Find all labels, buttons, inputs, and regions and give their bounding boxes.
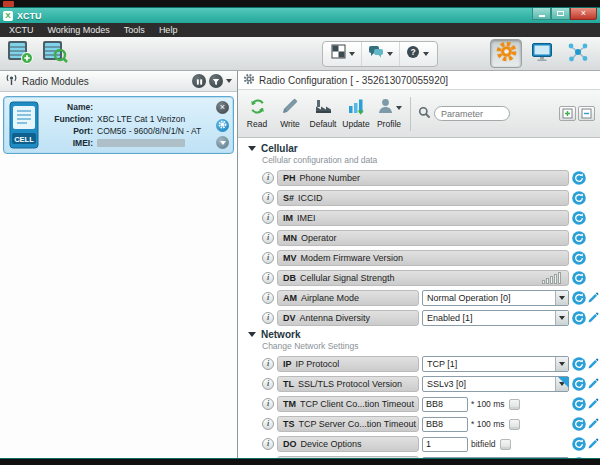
write-button[interactable]: Write xyxy=(276,98,304,129)
refresh-param-button[interactable] xyxy=(572,377,586,391)
info-icon[interactable]: i xyxy=(262,398,274,410)
edit-param-button[interactable] xyxy=(587,292,599,304)
chevron-down-icon xyxy=(555,291,568,305)
param-select[interactable]: SSLv3 [0] xyxy=(422,376,569,392)
refresh-param-button[interactable] xyxy=(572,357,586,371)
param-row-tm[interactable]: iTMTCP Client Co...tion Timeout* 100 ms xyxy=(262,395,598,413)
param-row-am[interactable]: iAMAirplane ModeNormal Operation [0] xyxy=(262,289,598,307)
param-select[interactable]: Enabled [1] xyxy=(422,310,569,326)
info-icon[interactable]: i xyxy=(262,272,274,284)
info-icon[interactable]: i xyxy=(262,212,274,224)
frames-tools-menu-button[interactable] xyxy=(325,42,361,66)
module-settings-button[interactable] xyxy=(216,119,229,132)
param-input[interactable] xyxy=(422,397,468,412)
param-input[interactable] xyxy=(422,457,569,459)
pause-discovery-button[interactable] xyxy=(192,74,206,88)
info-icon[interactable]: i xyxy=(262,418,274,430)
update-button[interactable]: Update xyxy=(342,98,370,129)
param-select[interactable]: TCP [1] xyxy=(422,356,569,372)
discover-radio-modules-button[interactable] xyxy=(39,39,70,68)
param-code: IM xyxy=(283,213,293,223)
refresh-param-button[interactable] xyxy=(572,231,586,245)
pause-icon xyxy=(196,72,203,90)
refresh-param-button[interactable] xyxy=(572,437,586,451)
collapse-module-button[interactable] xyxy=(216,136,229,149)
edit-param-button[interactable] xyxy=(587,438,599,450)
param-row-mv[interactable]: iMVModem Firmware Version xyxy=(262,249,598,267)
edit-param-button[interactable] xyxy=(587,312,599,324)
toolbar-button-label: Read xyxy=(247,119,267,129)
section-header[interactable]: Cellular xyxy=(248,143,598,154)
default-button[interactable]: Default xyxy=(309,98,337,129)
add-radio-module-button[interactable] xyxy=(4,39,35,68)
param-label-bar: PHPhone Number xyxy=(277,170,569,186)
param-row-do[interactable]: iDODevice Optionsbitfield xyxy=(262,435,598,453)
collapse-section-icon[interactable] xyxy=(248,332,256,337)
refresh-param-button[interactable] xyxy=(572,417,586,431)
param-row-ss[interactable]: iS#ICCID xyxy=(262,189,598,207)
param-name: Antenna Diversity xyxy=(300,313,371,323)
close-button[interactable]: × xyxy=(570,8,597,20)
sort-filter-button[interactable] xyxy=(209,74,223,88)
info-icon[interactable]: i xyxy=(262,312,274,324)
refresh-param-button[interactable] xyxy=(572,191,586,205)
profile-button[interactable]: Profile xyxy=(375,98,403,129)
tab-consoles[interactable] xyxy=(526,39,558,68)
param-row-ph[interactable]: iPHPhone Number xyxy=(262,169,598,187)
read-button[interactable]: Read xyxy=(243,98,271,129)
window-titlebar[interactable]: X XCTU × xyxy=(0,8,600,23)
module-field-value: XBC LTE Cat 1 Verizon xyxy=(97,114,185,125)
info-icon[interactable]: i xyxy=(262,378,274,390)
refresh-param-button[interactable] xyxy=(572,311,586,325)
tab-configuration[interactable] xyxy=(490,39,522,68)
feedback-menu-button[interactable] xyxy=(361,42,399,66)
edit-param-button[interactable] xyxy=(587,378,599,390)
refresh-param-button[interactable] xyxy=(572,171,586,185)
menu-item-help[interactable]: Help xyxy=(152,23,185,37)
expand-all-button[interactable] xyxy=(559,106,576,121)
param-row-eq[interactable]: iEQDevice Cloud FQDN xyxy=(262,455,598,458)
collapse-section-icon[interactable] xyxy=(248,146,256,151)
help-menu-button[interactable]: ? xyxy=(399,42,435,66)
edit-param-button[interactable] xyxy=(587,418,599,430)
param-code: TM xyxy=(283,399,296,409)
refresh-param-button[interactable] xyxy=(572,291,586,305)
info-icon[interactable]: i xyxy=(262,172,274,184)
refresh-param-button[interactable] xyxy=(572,457,586,458)
menu-item-xctu[interactable]: XCTU xyxy=(2,23,41,37)
radio-module-card[interactable]: CELL Name:Function:XBC LTE Cat 1 Verizon… xyxy=(3,96,234,154)
param-row-dv[interactable]: iDVAntenna DiversityEnabled [1] xyxy=(262,309,598,327)
param-row-tl[interactable]: iTLSSL/TLS Protocol VersionSSLv3 [0] xyxy=(262,375,598,393)
section-network: NetworkChange Network SettingsiIPIP Prot… xyxy=(246,329,598,458)
param-row-mn[interactable]: iMNOperator xyxy=(262,229,598,247)
maximize-button[interactable] xyxy=(551,8,570,20)
edit-param-button[interactable] xyxy=(587,398,599,410)
info-icon[interactable]: i xyxy=(262,358,274,370)
param-row-ts[interactable]: iTSTCP Server Co...tion Timeout* 100 ms xyxy=(262,415,598,433)
param-row-db[interactable]: iDBCellular Signal Strength xyxy=(262,269,598,287)
collapse-all-button[interactable] xyxy=(578,106,595,121)
refresh-param-button[interactable] xyxy=(572,211,586,225)
refresh-param-button[interactable] xyxy=(572,251,586,265)
param-select[interactable]: Normal Operation [0] xyxy=(422,290,569,306)
refresh-param-button[interactable] xyxy=(572,271,586,285)
section-header[interactable]: Network xyxy=(248,329,598,340)
param-input[interactable] xyxy=(422,417,468,432)
info-icon[interactable]: i xyxy=(262,292,274,304)
info-icon[interactable]: i xyxy=(262,192,274,204)
tab-network[interactable] xyxy=(562,39,594,68)
info-icon[interactable]: i xyxy=(262,438,274,450)
edit-param-button[interactable] xyxy=(587,358,599,370)
param-row-ip[interactable]: iIPIP ProtocolTCP [1] xyxy=(262,355,598,373)
param-row-im[interactable]: iIMIMEI xyxy=(262,209,598,227)
menu-item-tools[interactable]: Tools xyxy=(117,23,152,37)
param-label-bar: TSTCP Server Co...tion Timeout xyxy=(277,416,419,432)
info-icon[interactable]: i xyxy=(262,252,274,264)
refresh-param-button[interactable] xyxy=(572,397,586,411)
remove-module-button[interactable]: × xyxy=(216,101,229,114)
parameter-search-input[interactable] xyxy=(434,106,510,121)
minimize-button[interactable] xyxy=(532,8,551,20)
menu-item-working-modes[interactable]: Working Modes xyxy=(41,23,117,37)
param-input[interactable] xyxy=(422,437,468,452)
info-icon[interactable]: i xyxy=(262,232,274,244)
